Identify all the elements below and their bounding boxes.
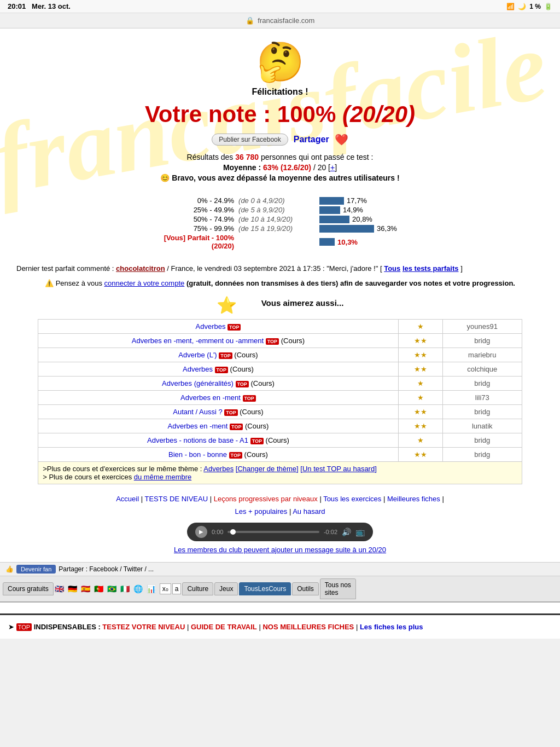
screen-icon[interactable]: 📺: [355, 528, 365, 536]
stars-3: ★★: [398, 348, 442, 362]
nav-tous-exercices[interactable]: Tous les exercices: [323, 495, 381, 503]
devenir-fan-button[interactable]: Devenir fan: [16, 565, 56, 574]
stars-5: ★: [398, 377, 442, 391]
also-link-2[interactable]: Adverbes en -ment, -emment ou -amment: [132, 337, 264, 345]
audio-time-end: -0:02: [324, 529, 337, 535]
bracket-close: ]: [335, 163, 337, 172]
top-badge-5: TOP: [236, 381, 249, 387]
tab-tous-les-cours[interactable]: TousLesCours: [239, 582, 291, 595]
also-link-6[interactable]: Adverbes en -ment: [180, 393, 241, 402]
social-fb-icon: 👍: [5, 565, 14, 573]
guide-travail-link[interactable]: GUIDE DE TRAVAIL: [191, 623, 257, 631]
also-title: Vous aimerez aussi...: [240, 298, 344, 308]
flag-pt[interactable]: 🇵🇹: [94, 584, 106, 593]
table-row: Adverbes en -ment TOP (Cours) ★★ lunatik: [38, 419, 522, 433]
also-link-5[interactable]: Adverbes (généralités): [162, 379, 234, 387]
flag-de[interactable]: 🇩🇪: [68, 584, 80, 593]
nav-lecons[interactable]: Leçons progressives par niveaux: [214, 495, 318, 503]
volume-icon[interactable]: 🔊: [342, 528, 351, 536]
arrow-icon: ➤: [8, 623, 16, 631]
moyenne-label: Moyenne :: [223, 163, 263, 172]
flag-chart[interactable]: 📊: [147, 584, 159, 593]
table-row: Bien - bon - bonne TOP (Cours) ★★ bridg: [38, 448, 522, 462]
moon-icon: 🌙: [518, 3, 526, 10]
nav-meilleures[interactable]: Meilleures fiches: [387, 495, 440, 503]
share-link[interactable]: Partager: [294, 135, 329, 144]
stars-9: ★: [398, 433, 442, 448]
moyenne-line: Moyenne : 63% (12.6/20) / 20 [+]: [11, 163, 549, 172]
tous-link[interactable]: Tous: [384, 264, 400, 273]
dist-row-4: 75% - 99.9% (de 15 à 19,9/20) 36,3%: [163, 224, 397, 233]
user-7: bridg: [442, 405, 522, 419]
also-link-3[interactable]: Adverbe (L'): [178, 351, 217, 359]
stats-section: Résultats des 36 780 personnes qui ont p…: [11, 153, 549, 182]
results-suffix: personnes qui ont passé ce test :: [261, 153, 373, 161]
also-footer-line1: >Plus de cours et d'exercices sur le mêm…: [43, 465, 517, 473]
fiches-plus-link[interactable]: Les fiches les plus: [360, 623, 423, 631]
math-icon[interactable]: x₀: [160, 583, 171, 594]
also-link-9[interactable]: Adverbes - notions de base - A1: [147, 436, 248, 444]
tab-tous-sites[interactable]: Tous nossites: [320, 578, 356, 599]
flag-it[interactable]: 🇮🇹: [120, 584, 132, 593]
fb-button[interactable]: Publier sur Facebook: [212, 134, 288, 146]
footer-changer-link[interactable]: [Changer de thème]: [236, 465, 299, 473]
sep4: |: [383, 495, 387, 503]
user-2: bridg: [442, 334, 522, 348]
status-time: 20:01: [8, 2, 26, 10]
social-partager-text: Partager : Facebook / Twitter / ...: [59, 565, 154, 573]
distribution-table: 0% - 24.9% (de 0 à 4,9/20) 17,7% 25% - 4…: [163, 195, 397, 251]
sep5: |: [442, 495, 444, 503]
share-row: Publier sur Facebook Partager ❤️: [11, 133, 549, 146]
nav-hasard[interactable]: Au hasard: [293, 507, 325, 516]
flag-other[interactable]: 🌐: [133, 584, 145, 593]
status-time-date: 20:01 Mer. 13 oct.: [8, 2, 71, 10]
mascot-emoji: 🤔: [11, 39, 549, 84]
also-link-7[interactable]: Autant / Aussi ?: [173, 408, 222, 416]
flag-es[interactable]: 🇪🇸: [81, 584, 93, 593]
status-bar: 20:01 Mer. 13 oct. 📶 🌙 1 % 🔋: [0, 0, 560, 13]
address-bar: 🔒 francaisfacile.com: [0, 13, 560, 28]
plus-link[interactable]: +: [330, 163, 335, 172]
tab-cours-gratuits[interactable]: Cours gratuits: [3, 582, 54, 595]
alpha-icon[interactable]: a: [172, 583, 182, 594]
stars-2: ★★: [398, 334, 442, 348]
nav-tests-niveau[interactable]: TESTS DE NIVEAU: [144, 495, 208, 503]
testez-niveau-link[interactable]: TESTEZ VOTRE NIVEAU: [102, 623, 185, 631]
tests-parfaits-link[interactable]: les tests parfaits: [402, 264, 459, 273]
also-link-10[interactable]: Bien - bon - bonne: [168, 450, 227, 459]
tab-jeux[interactable]: Jeux: [214, 582, 238, 595]
nav-accueil[interactable]: Accueil: [116, 495, 139, 503]
also-link-1[interactable]: Adverbes: [196, 322, 226, 331]
tab-outils[interactable]: Outils: [292, 582, 319, 595]
also-mascot: ⭐: [217, 296, 237, 315]
connecter-link[interactable]: connecter à votre compte: [104, 279, 185, 287]
stars-6: ★: [398, 391, 442, 405]
footer-adverbes-link[interactable]: Adverbes: [203, 465, 234, 473]
club-message-link[interactable]: Les membres du club peuvent ajouter un m…: [174, 546, 386, 554]
audio-progress[interactable]: [228, 531, 319, 533]
footer-membre-link[interactable]: du même membre: [134, 473, 191, 481]
also-link-8[interactable]: Adverbes en -ment: [168, 422, 228, 430]
url-text: francaisfacile.com: [258, 16, 314, 25]
nav-populaires[interactable]: Les + populaires: [235, 507, 288, 516]
user-5: bridg: [442, 377, 522, 391]
also-item-3: Adverbe (L') TOP (Cours): [38, 348, 399, 362]
indispensables-line: ➤ TOP INDISPENSABLES : TESTEZ VOTRE NIVE…: [8, 621, 552, 633]
cours-label-10: (Cours): [244, 450, 268, 459]
flag-uk[interactable]: 🇬🇧: [55, 584, 67, 593]
meilleures-fiches-link[interactable]: NOS MEILLEURES FICHES: [262, 623, 354, 631]
top-badge-3: TOP: [219, 352, 232, 359]
last-perfect-bracket: ]: [460, 264, 463, 273]
moyenne-value: 63% (12.6/20): [263, 163, 311, 172]
dist-label-vous: [Vous] Parfait - 100% (20/20): [163, 234, 234, 250]
last-perfect-user[interactable]: chocolatcitron: [116, 264, 165, 273]
dist-row-vous: [Vous] Parfait - 100% (20/20) 10,3%: [163, 234, 397, 250]
table-row: Adverbes (généralités) TOP (Cours) ★ bri…: [38, 377, 522, 391]
flag-br[interactable]: 🇧🇷: [107, 584, 119, 593]
play-button[interactable]: ▶: [195, 526, 207, 538]
stars-4: ★★: [398, 362, 442, 377]
footer-test-link[interactable]: [Un test TOP au hasard]: [300, 465, 376, 473]
also-link-4[interactable]: Adverbes: [183, 365, 213, 373]
footer-prefix: >Plus de cours et d'exercices sur le mêm…: [43, 465, 203, 473]
tab-culture[interactable]: Culture: [182, 582, 213, 595]
